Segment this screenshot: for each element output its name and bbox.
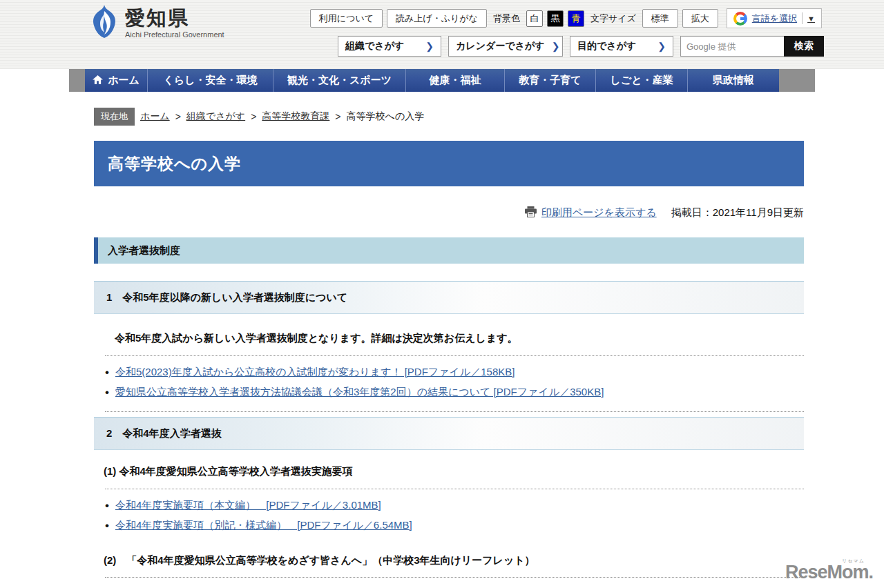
breadcrumb-separator: > bbox=[251, 111, 256, 122]
subheading-r4-implementation-guidelines: (1) 令和4年度愛知県公立高等学校入学者選抜実施要項 bbox=[104, 464, 804, 479]
list-item: 愛知県公立高等学校入学者選抜方法協議会議（令和3年度第2回）の結果について [P… bbox=[105, 382, 804, 402]
pdf-link-guidelines-main[interactable]: 令和4年度実施要項（本文編） [PDFファイル／3.01MB] bbox=[115, 499, 381, 512]
breadcrumb-link-highschool-division[interactable]: 高等学校教育課 bbox=[262, 110, 329, 123]
logo-title: 愛知県 bbox=[125, 8, 224, 28]
pdf-link-list-1: 令和5(2023)年度入試から公立高校の入試制度が変わります！ [PDFファイル… bbox=[94, 362, 804, 402]
background-color-label: 背景色 bbox=[493, 12, 520, 25]
nav-tab-education-childcare[interactable]: 教育・子育て bbox=[504, 69, 595, 92]
google-icon bbox=[733, 12, 747, 26]
pdf-link-council-results[interactable]: 愛知県公立高等学校入学者選抜方法協議会議（令和3年度第2回）の結果について [P… bbox=[115, 386, 604, 399]
breadcrumb-separator: > bbox=[175, 111, 181, 122]
chevron-right-icon: ❯ bbox=[657, 41, 666, 52]
nav-tab-label: 健康・福祉 bbox=[430, 74, 481, 87]
pdf-link-r5-system-change[interactable]: 令和5(2023)年度入試から公立高校の入試制度が変わります！ [PDFファイル… bbox=[115, 366, 515, 379]
search-button[interactable]: 検索 bbox=[784, 36, 824, 57]
list-item: 令和4年度実施要項（本文編） [PDFファイル／3.01MB] bbox=[105, 496, 804, 516]
print-and-date-row: 印刷用ページを表示する 掲載日：2021年11月9日更新 bbox=[94, 204, 804, 221]
reading-furigana-button[interactable]: 読み上げ・ふりがな bbox=[387, 9, 487, 28]
aichi-logo-icon bbox=[90, 3, 119, 39]
dotted-divider bbox=[105, 489, 804, 489]
resemom-watermark: リセマム ReseMom. bbox=[785, 562, 873, 583]
nav-tab-prefectural-info[interactable]: 県政情報 bbox=[687, 69, 779, 92]
page-title: 高等学校への入学 bbox=[108, 153, 241, 175]
heading-r4-selection: 2 令和4年度入学者選抜 bbox=[94, 417, 804, 450]
accessibility-toolbar: 利用について 読み上げ・ふりがな 背景色 白 黒 青 文字サイズ 標準 拡大 言… bbox=[310, 8, 822, 28]
bg-blue-button[interactable]: 青 bbox=[568, 10, 584, 27]
search-toolbar: 組織でさがす ❯ カレンダーでさがす ❯ 目的でさがす ❯ 検索 bbox=[338, 36, 824, 57]
nav-tab-label: ホーム bbox=[108, 74, 140, 87]
nav-tab-health-welfare[interactable]: 健康・福祉 bbox=[405, 69, 504, 92]
breadcrumb: 現在地 ホーム > 組織でさがす > 高等学校教育課 > 高等学校への入学 bbox=[94, 108, 804, 126]
lead-paragraph: 令和5年度入試から新しい入学者選抜制度となります。詳細は決定次第お伝えします。 bbox=[115, 331, 804, 344]
language-select-link[interactable]: 言語を選択 bbox=[752, 12, 797, 25]
font-large-button[interactable]: 拡大 bbox=[682, 9, 718, 28]
search-by-purpose-label: 目的でさがす bbox=[577, 40, 636, 52]
breadcrumb-link-org[interactable]: 組織でさがす bbox=[186, 110, 245, 123]
current-location-badge: 現在地 bbox=[94, 108, 135, 126]
search-by-calendar-label: カレンダーでさがす bbox=[456, 40, 545, 52]
print-page-link[interactable]: 印刷用ページを表示する bbox=[541, 206, 657, 219]
search-by-calendar-button[interactable]: カレンダーでさがす ❯ bbox=[448, 36, 563, 57]
nav-tab-label: しごと・産業 bbox=[610, 74, 673, 87]
search-by-org-button[interactable]: 組織でさがす ❯ bbox=[338, 36, 441, 57]
search-input[interactable] bbox=[680, 36, 784, 57]
published-date: 掲載日：2021年11月9日更新 bbox=[671, 206, 804, 219]
divider bbox=[802, 12, 803, 24]
logo-subtitle: Aichi Prefectural Government bbox=[125, 30, 224, 39]
nav-tab-label: 観光・文化・スポーツ bbox=[287, 74, 392, 87]
subheading-leaflet: (2) 「令和4年度愛知県公立高等学校をめざす皆さんへ」（中学校3年生向けリーフ… bbox=[104, 553, 804, 568]
site-header: 愛知県 Aichi Prefectural Government 利用について … bbox=[0, 0, 884, 69]
dotted-divider bbox=[105, 355, 804, 356]
nav-tab-living-safety-environment[interactable]: くらし・安全・環境 bbox=[147, 69, 273, 92]
language-select-widget[interactable]: 言語を選択 ▼ bbox=[727, 8, 822, 28]
nav-background: ホーム くらし・安全・環境 観光・文化・スポーツ 健康・福祉 教育・子育て しご… bbox=[69, 69, 815, 92]
nav-tab-label: 県政情報 bbox=[713, 74, 754, 87]
nav-tab-label: 教育・子育て bbox=[519, 74, 581, 87]
printer-icon bbox=[525, 206, 537, 219]
breadcrumb-link-home[interactable]: ホーム bbox=[140, 110, 170, 123]
watermark-text: ReseMom. bbox=[785, 562, 873, 582]
nav-tab-home[interactable]: ホーム bbox=[85, 69, 147, 92]
watermark-ruby: リセマム bbox=[842, 558, 865, 565]
main-content: 現在地 ホーム > 組織でさがす > 高等学校教育課 > 高等学校への入学 高等… bbox=[94, 108, 804, 578]
chevron-right-icon: ❯ bbox=[425, 41, 434, 52]
heading-new-selection-system: 1 令和5年度以降の新しい入学者選抜制度について bbox=[94, 281, 804, 314]
search-by-purpose-button[interactable]: 目的でさがす ❯ bbox=[570, 36, 673, 57]
nav-tab-label: くらし・安全・環境 bbox=[163, 74, 257, 87]
breadcrumb-current: 高等学校への入学 bbox=[347, 110, 425, 123]
main-nav: ホーム くらし・安全・環境 観光・文化・スポーツ 健康・福祉 教育・子育て しご… bbox=[0, 69, 884, 92]
font-size-label: 文字サイズ bbox=[590, 12, 636, 25]
home-icon bbox=[93, 75, 103, 86]
chevron-down-icon[interactable]: ▼ bbox=[807, 14, 815, 23]
site-logo[interactable]: 愛知県 Aichi Prefectural Government bbox=[90, 3, 224, 39]
bg-white-button[interactable]: 白 bbox=[526, 10, 543, 27]
bg-black-button[interactable]: 黒 bbox=[547, 10, 564, 27]
page-title-banner: 高等学校への入学 bbox=[94, 141, 804, 186]
search-by-org-label: 組織でさがす bbox=[345, 40, 404, 52]
nav-tab-tourism-culture-sports[interactable]: 観光・文化・スポーツ bbox=[273, 69, 405, 92]
pdf-link-guidelines-forms[interactable]: 令和4年度実施要項（別記・様式編） [PDFファイル／6.54MB] bbox=[115, 519, 412, 532]
font-standard-button[interactable]: 標準 bbox=[642, 9, 678, 28]
list-item: 令和5(2023)年度入試から公立高校の入試制度が変わります！ [PDFファイル… bbox=[105, 362, 804, 382]
breadcrumb-separator: > bbox=[335, 111, 340, 122]
usage-button[interactable]: 利用について bbox=[310, 9, 383, 28]
nav-tab-work-industry[interactable]: しごと・産業 bbox=[595, 69, 687, 92]
chevron-right-icon: ❯ bbox=[552, 41, 560, 52]
site-search: 検索 bbox=[680, 36, 824, 57]
dotted-divider bbox=[105, 411, 804, 412]
pdf-link-list-2: 令和4年度実施要項（本文編） [PDFファイル／3.01MB] 令和4年度実施要… bbox=[94, 496, 804, 536]
dotted-divider bbox=[105, 577, 804, 578]
list-item: 令和4年度実施要項（別記・様式編） [PDFファイル／6.54MB] bbox=[105, 516, 804, 536]
section-header-admission-selection: 入学者選抜制度 bbox=[94, 237, 804, 264]
